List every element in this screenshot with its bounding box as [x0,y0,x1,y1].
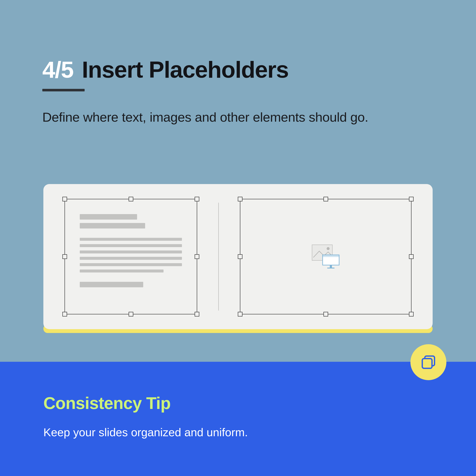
resize-handle-icon [409,197,414,201]
step-title: Insert Placeholders [82,56,289,83]
image-placeholder-box [240,199,411,314]
placeholder-line [80,244,182,247]
placeholder-line [80,257,182,260]
placeholder-line [80,270,164,272]
resize-handle-icon [195,312,199,317]
resize-handle-icon [195,197,199,201]
resize-handle-icon [62,197,67,201]
tip-heading: Consistency Tip [43,393,476,413]
placeholder-line [80,238,182,241]
resize-handle-icon [409,312,414,317]
resize-handle-icon [129,197,133,201]
placeholder-line [80,214,137,220]
resize-handle-icon [238,312,242,317]
resize-handle-icon [238,197,242,201]
svg-point-1 [327,247,330,250]
resize-handle-icon [238,254,242,259]
resize-handle-icon [62,254,67,259]
step-subtitle: Define where text, images and other elem… [42,108,368,126]
placeholder-line [80,223,145,228]
text-placeholder-box [65,199,197,314]
layers-icon [419,353,438,371]
tip-panel: Consistency Tip Keep your slides organiz… [0,362,476,476]
resize-handle-icon [323,197,328,201]
resize-handle-icon [409,254,414,259]
svg-rect-5 [327,268,335,269]
resize-handle-icon [195,254,199,259]
card-surface [43,184,433,329]
step-heading: 4/5 Insert Placeholders [42,56,368,83]
svg-rect-7 [422,358,432,368]
vertical-divider [218,203,219,311]
resize-handle-icon [129,312,133,317]
tip-badge [410,344,446,380]
placeholder-line [80,251,182,254]
slide-page: 4/5 Insert Placeholders Define where tex… [0,0,476,476]
placeholder-line [80,282,143,287]
resize-handle-icon [62,312,67,317]
header-block: 4/5 Insert Placeholders Define where tex… [42,56,368,126]
step-counter: 4/5 [42,56,73,83]
placeholder-line [80,263,182,266]
image-placeholder-icon [310,243,342,270]
svg-rect-4 [330,265,332,268]
resize-handle-icon [323,312,328,317]
tip-body: Keep your slides organized and uniform. [43,426,476,439]
text-placeholder-icon [80,214,182,287]
svg-rect-3 [323,255,339,257]
illustration-card [43,184,433,329]
